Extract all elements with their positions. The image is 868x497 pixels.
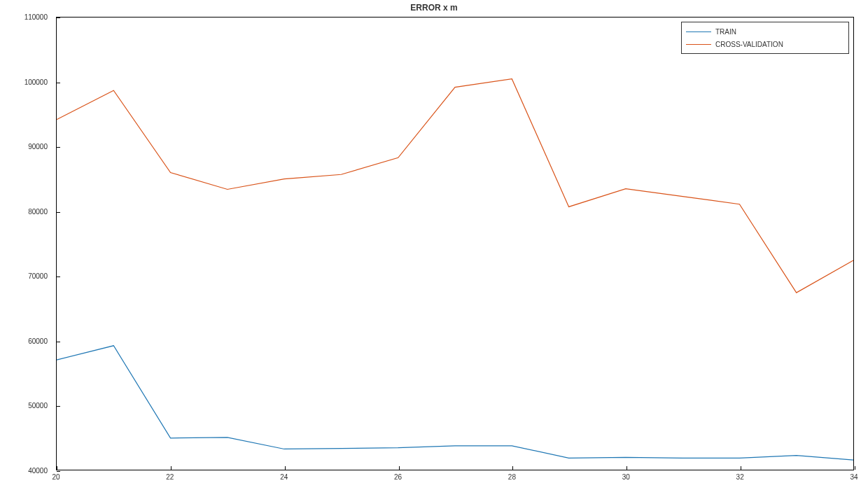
y-tick-label: 40000 [0,467,48,475]
legend: TRAINCROSS-VALIDATION [681,22,849,54]
y-tick-label: 80000 [0,207,48,215]
x-tick-label: 30 [622,473,630,481]
x-tick-mark [626,466,627,470]
x-tick-mark [285,466,286,470]
y-tick-label: 60000 [0,337,48,344]
legend-swatch [686,31,711,32]
series-line [57,346,853,460]
x-tick-label: 26 [394,473,402,481]
y-tick-mark [57,406,60,407]
legend-swatch [686,44,711,45]
chart-title: ERROR x m [0,3,868,13]
y-tick-label: 90000 [0,143,48,150]
x-tick-mark [741,466,741,470]
y-axis-ticks: 4000050000600007000080000900001000001100… [0,17,52,470]
y-tick-mark [57,18,60,18]
x-tick-label: 20 [52,473,59,481]
y-tick-label: 50000 [0,402,48,410]
x-tick-label: 22 [166,473,174,481]
x-tick-label: 34 [850,473,858,481]
y-tick-mark [57,83,60,83]
y-tick-label: 100000 [0,78,48,85]
x-tick-mark [399,466,400,470]
y-tick-label: 110000 [0,13,48,21]
legend-label: CROSS-VALIDATION [715,41,844,48]
x-tick-label: 32 [736,473,744,481]
x-tick-mark [855,466,855,470]
y-tick-mark [57,342,60,342]
legend-item: TRAIN [686,25,844,38]
x-axis-ticks: 2022242628303234 [56,470,854,484]
y-tick-mark [57,276,60,277]
x-tick-mark [57,466,57,470]
legend-label: TRAIN [715,28,844,36]
y-tick-label: 70000 [0,272,48,280]
chart-container: ERROR x m 400005000060000700008000090000… [0,0,868,497]
x-tick-label: 24 [280,473,288,481]
chart-lines [57,18,853,470]
x-tick-mark [171,466,172,470]
legend-item: CROSS-VALIDATION [686,38,844,50]
series-line [57,79,853,293]
x-tick-label: 28 [508,473,516,481]
y-tick-mark [57,212,60,213]
plot-area: TRAINCROSS-VALIDATION [56,17,854,470]
x-tick-mark [512,466,513,470]
y-tick-mark [57,147,60,148]
